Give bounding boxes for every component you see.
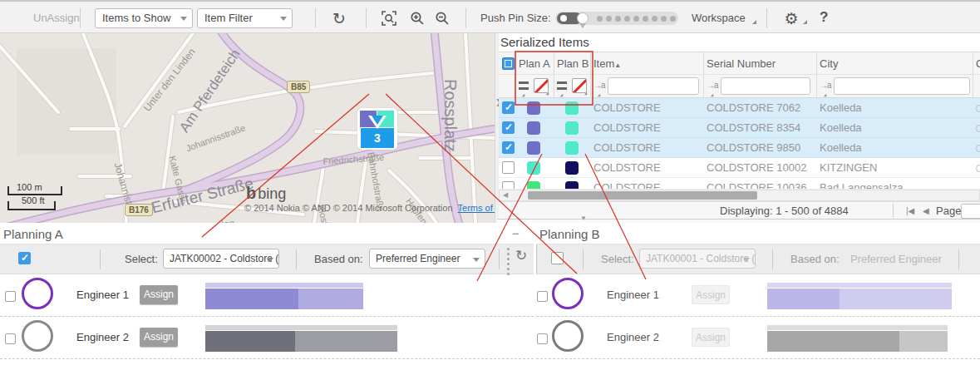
engineer-avatar[interactable] (552, 278, 584, 309)
page-number-input[interactable] (961, 204, 980, 219)
planning-a-based-on-dropdown[interactable]: Preferred Engineer (369, 249, 485, 269)
planning-a-job-dropdown[interactable]: JATK00002 - Coldstore ( (163, 249, 279, 269)
slider-dot[interactable] (643, 16, 648, 22)
unassign-button[interactable]: UnAssign (33, 12, 80, 24)
select-all-checkbox[interactable] (502, 57, 515, 70)
column-header-serial[interactable]: Serial Number (707, 57, 776, 70)
settings-gear-icon[interactable]: ⚙ (781, 8, 801, 28)
plan-a-color-chip[interactable] (527, 161, 540, 175)
engineer-avatar[interactable] (552, 320, 584, 352)
plan-b-filter-none-icon[interactable] (572, 78, 587, 93)
column-header-plan-a[interactable]: Plan A (519, 57, 550, 70)
slider-dot[interactable] (624, 16, 630, 22)
column-header-clipped[interactable]: C (976, 57, 980, 70)
city-filter-input[interactable] (834, 77, 970, 95)
workspace-button[interactable]: Workspace (692, 12, 746, 24)
plan-b-color-chip[interactable] (565, 161, 579, 175)
zoom-out-icon[interactable] (432, 8, 452, 28)
table-header-row: Plan A Plan B Item▲ Serial Number City C (499, 52, 980, 75)
plan-a-color-chip[interactable] (527, 181, 540, 190)
map-canvas[interactable]: Unter den Linden Am Pferdeteich Johannis… (0, 33, 495, 223)
item-cell: COLDSTORE (593, 101, 661, 114)
slider-dot[interactable] (661, 16, 667, 22)
plan-b-color-chip[interactable] (565, 141, 579, 155)
item-filter-mode-icon[interactable]: →a (593, 81, 605, 90)
plan-b-filter-equals-icon[interactable] (557, 81, 567, 90)
first-page-icon[interactable]: |◀ (906, 206, 914, 215)
schedule-bar[interactable] (767, 331, 948, 352)
scroll-left-icon[interactable]: ◀ (503, 191, 508, 199)
assign-button[interactable]: Assign (140, 285, 178, 304)
column-header-city[interactable]: City (820, 57, 838, 70)
plan-a-filter-none-icon[interactable] (534, 78, 549, 93)
plan-b-color-chip[interactable] (565, 121, 579, 135)
planning-b-checkbox[interactable] (551, 252, 564, 264)
bar-segment (205, 331, 295, 352)
engineer-checkbox[interactable] (537, 333, 548, 344)
slider-dot[interactable] (615, 16, 621, 22)
plan-a-color-chip[interactable] (527, 101, 540, 115)
table-row[interactable]: COLDSTORE COLDSTORE 9850 Koelleda (499, 138, 980, 158)
horizontal-scrollbar[interactable]: ◀ (499, 190, 980, 201)
plan-b-color-chip[interactable] (565, 101, 579, 115)
drag-handle-dots[interactable] (507, 248, 510, 275)
items-to-show-dropdown[interactable]: Items to Show (95, 8, 193, 28)
scrollbar-thumb[interactable] (528, 191, 757, 200)
assign-button[interactable]: Assign (140, 328, 178, 347)
engineer-row[interactable]: Engineer 1 Assign (536, 275, 980, 317)
schedule-bar[interactable] (205, 331, 397, 352)
zoom-in-icon[interactable] (407, 8, 427, 28)
engineer-row[interactable]: Engineer 2 Assign (536, 318, 980, 359)
planning-b-job-dropdown[interactable]: JATK00001 - Coldstore ( (639, 249, 756, 269)
previous-page-icon[interactable]: ◀ (923, 206, 929, 215)
engineer-checkbox[interactable] (5, 333, 16, 344)
table-row-partial[interactable]: COLDSTORE COLDSTORE 10036 Bad Langensalz… (499, 178, 980, 190)
item-filter-input[interactable] (608, 77, 699, 95)
row-checkbox[interactable] (502, 101, 515, 114)
engineer-row[interactable]: Engineer 2 Assign (0, 318, 534, 359)
table-row[interactable]: COLDSTORE COLDSTORE 7062 Koelleda (499, 98, 980, 118)
job-dropdown-value: JATK00001 - Coldstore ( (646, 253, 755, 264)
serial-filter-mode-icon[interactable]: →a (707, 81, 718, 90)
table-row[interactable]: COLDSTORE COLDSTORE 10002 KITZINGEN (499, 158, 980, 178)
slider-handle[interactable] (577, 12, 588, 24)
city-filter-mode-icon[interactable]: →a (820, 81, 831, 90)
plan-b-color-chip[interactable] (565, 181, 579, 190)
engineer-avatar[interactable] (22, 320, 53, 352)
map-pushpin[interactable]: 3 (357, 108, 397, 150)
planning-a-checkbox[interactable] (18, 252, 31, 264)
item-filter-dropdown[interactable]: Item Filter (197, 8, 293, 28)
slider-dot[interactable] (597, 16, 603, 22)
refresh-icon[interactable]: ↻ (515, 247, 527, 264)
help-icon[interactable]: ? (820, 9, 828, 26)
plan-a-color-chip[interactable] (527, 121, 540, 135)
table-row[interactable]: COLDSTORE COLDSTORE 8354 Koelleda (499, 118, 980, 138)
row-checkbox[interactable] (502, 181, 515, 190)
row-checkbox[interactable] (502, 161, 515, 174)
engineer-checkbox[interactable] (537, 291, 548, 302)
schedule-bar[interactable] (205, 289, 363, 309)
terms-of-use-link[interactable]: Terms of Use (458, 203, 495, 213)
slider-dot[interactable] (633, 16, 639, 22)
plan-a-color-chip[interactable] (527, 141, 540, 155)
city-cell: Koelleda (820, 141, 862, 154)
column-header-plan-b[interactable]: Plan B (557, 57, 588, 70)
column-header-item[interactable]: Item▲ (593, 57, 621, 70)
city-cell: KITZINGEN (820, 161, 877, 174)
engineer-avatar[interactable] (22, 278, 53, 309)
serial-filter-input[interactable] (721, 77, 810, 95)
plan-a-filter-equals-icon[interactable] (519, 81, 529, 90)
schedule-bar[interactable] (767, 289, 952, 309)
slider-dot[interactable] (670, 16, 676, 22)
slider-dot[interactable] (606, 16, 612, 22)
schedule-strip (205, 325, 397, 330)
engineer-row[interactable]: Engineer 1 Assign (0, 275, 534, 317)
push-pin-size-slider[interactable] (555, 12, 678, 25)
zoom-to-fit-icon[interactable] (379, 8, 399, 28)
row-checkbox[interactable] (502, 141, 515, 154)
collapse-panel-a-button[interactable]: − (512, 226, 520, 240)
row-checkbox[interactable] (502, 121, 515, 134)
engineer-checkbox[interactable] (5, 291, 16, 302)
refresh-icon[interactable]: ↻ (329, 8, 349, 28)
slider-dot[interactable] (652, 16, 657, 22)
